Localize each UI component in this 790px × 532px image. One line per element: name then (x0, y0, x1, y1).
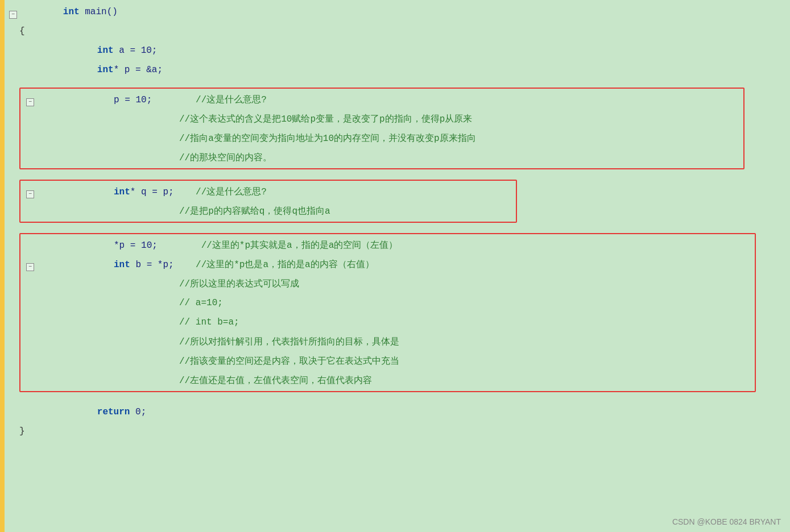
collapse-btn-1[interactable]: − (9, 11, 17, 19)
collapse-btn-box2[interactable]: − (26, 190, 34, 198)
code-text: main() (80, 7, 118, 17)
collapse-btn-box1[interactable]: − (26, 98, 34, 106)
keyword-return: return (97, 407, 130, 417)
box-section-2: − int* q = p; //这是什么意思? //是把p的内容赋给q，使得q也… (19, 180, 517, 223)
box2-comment-1: //是把p的内容赋给q，使得q也指向a (24, 201, 512, 221)
editor-container: − int main() { int a = 10; int* p = &a; (0, 0, 790, 532)
watermark: CSDN @KOBE 0824 BRYANT (672, 517, 781, 526)
comment-b-6: //左值还是右值，左值代表空间，右值代表内容 (179, 376, 372, 386)
code-line-1: − int main() (7, 2, 790, 22)
code-return-val: 0; (130, 407, 146, 417)
collapse-btn-box3[interactable]: − (26, 263, 34, 271)
code-line-return: return 0; (7, 402, 790, 422)
keyword-int-p: int (97, 65, 114, 75)
comment-q-text: //是把p的内容赋给q，使得q也指向a (179, 206, 330, 217)
keyword-int: int (63, 7, 80, 17)
code-text-p: * p = &a; (114, 65, 163, 75)
code-line-4: int* p = &a; (7, 60, 790, 80)
box-section-3: *p = 10; //这里的*p其实就是a，指的是a的空间（左值） − int … (19, 233, 756, 392)
left-accent-bar (0, 0, 5, 532)
code-line-close: } (7, 422, 790, 441)
comment-text-3: //的那块空间的内容。 (179, 153, 272, 163)
box-section-1: − p = 10; //这是什么意思? //这个表达式的含义是把10赋给p变量，… (19, 88, 744, 169)
